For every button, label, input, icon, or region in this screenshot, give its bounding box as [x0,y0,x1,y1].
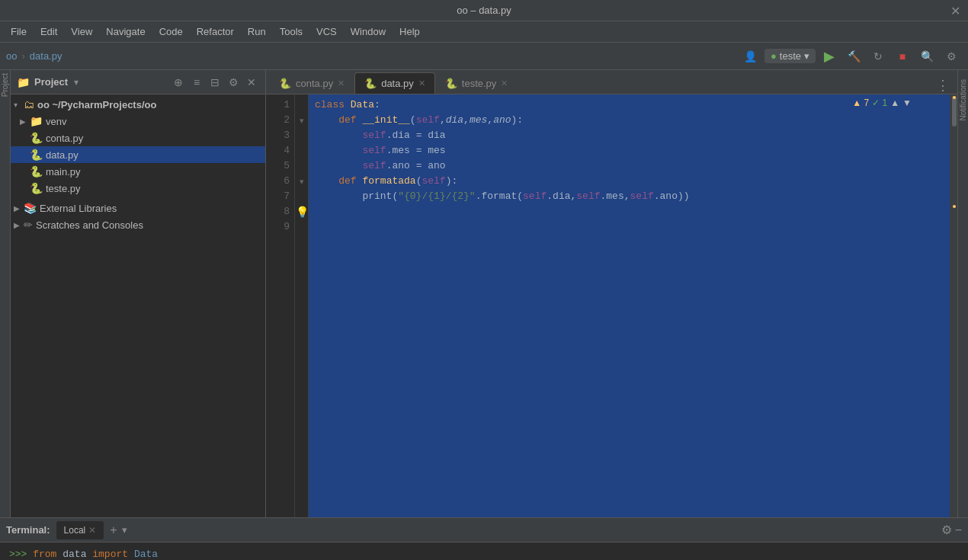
settings-gear-icon[interactable]: ⚙ [226,75,241,90]
teste-tab-icon: 🐍 [445,78,457,89]
add-new-icon[interactable]: ⊕ [171,75,186,90]
warning-count[interactable]: ▲ 7 [852,98,869,108]
fold-1[interactable] [295,98,308,113]
left-strip: Project [0,70,11,517]
bulb-icon[interactable]: 💡 [296,206,309,218]
title-bar: oo – data.py ✕ [0,0,968,21]
menu-vcs[interactable]: VCS [310,24,343,40]
build-icon[interactable]: 🔨 [843,46,864,67]
toolbar: oo › data.py 👤 ● teste ▾ ▶ 🔨 ↻ ■ 🔍 ⚙ [0,43,968,70]
fold-2[interactable]: ▾ [295,113,308,128]
venv-arrow-icon: ▶ [20,117,27,126]
tree-item-venv[interactable]: ▶ 📁 venv [11,113,265,130]
terminal-add-icon[interactable]: + [110,523,117,537]
tabs-overflow-icon[interactable]: ⋮ [931,77,954,94]
data-tab-close[interactable]: ✕ [418,78,425,88]
breadcrumb-file[interactable]: data.py [30,50,63,62]
terminal-settings-icon[interactable]: ⚙ [941,523,952,537]
tree-item-teste[interactable]: 🐍 teste.py [11,180,265,197]
editor-scrollbar[interactable] [950,94,957,517]
menu-run[interactable]: Run [242,24,272,40]
line-num-9: 9 [266,219,290,235]
menu-view[interactable]: View [65,24,98,40]
tree-item-scratches[interactable]: ▶ ✏ Scratches and Consoles [11,216,265,233]
code-content[interactable]: class Data: def __init__(self,dia,mes,an… [309,94,950,517]
settings-icon[interactable]: ⚙ [941,46,962,67]
rerun-icon[interactable]: ↻ [867,46,889,67]
menu-window[interactable]: Window [345,24,392,40]
user-icon[interactable]: 👤 [740,46,761,67]
menu-code[interactable]: Code [153,24,189,40]
run-button[interactable]: ▶ [819,46,840,67]
terminal-tab-local[interactable]: Local ✕ [56,521,104,539]
close-icon[interactable]: ✕ [950,3,960,18]
run-config-label: teste [780,50,801,62]
data-py-icon: 🐍 [30,149,43,161]
conta-tab-close[interactable]: ✕ [338,78,345,88]
line-num-6: 6 [266,174,290,189]
fold-6[interactable]: ▾ [295,174,308,189]
project-folder-icon: 📁 [17,76,30,88]
breadcrumb-nav-up[interactable]: ▲ [890,98,899,108]
fold-gutter: ▾ ▾ 💡 [295,94,309,517]
code-editor[interactable]: ▲ 7 ✓ 1 ▲ ▼ 1 2 3 4 5 6 7 8 9 ▾ [266,94,957,517]
tree-item-external[interactable]: ▶ 📚 External Libraries [11,200,265,216]
editor-tabs-bar: 🐍 conta.py ✕ 🐍 data.py ✕ 🐍 teste.py ✕ ⋮ [266,70,957,94]
warning-marker-1 [953,96,956,99]
line-num-3: 3 [266,128,290,143]
project-panel-title: Project [34,76,68,88]
code-line-8 [315,204,944,219]
menu-file[interactable]: File [5,24,33,40]
editor-area: 🐍 conta.py ✕ 🐍 data.py ✕ 🐍 teste.py ✕ ⋮ … [266,70,957,517]
breadcrumb-nav-down[interactable]: ▼ [902,98,912,108]
close-panel-icon[interactable]: ✕ [244,75,259,90]
menu-bar: File Edit View Navigate Code Refactor Ru… [0,21,968,43]
data-tab-icon: 🐍 [364,78,377,89]
conta-label: conta.py [46,133,83,144]
main-area: Project 📁 Project ▾ ⊕ ≡ ⊟ ⚙ ✕ ▾ 🗂 oo ~/P… [0,70,968,517]
fold-4 [295,143,308,158]
external-label: External Libraries [40,203,117,214]
tree-root[interactable]: ▾ 🗂 oo ~/PycharmProjects/oo [11,96,265,113]
line-num-5: 5 [266,158,290,174]
menu-tools[interactable]: Tools [274,24,309,40]
breadcrumb-oo[interactable]: oo [6,50,17,62]
teste-tab-close[interactable]: ✕ [501,78,508,88]
code-line-6: def formatada(self): [315,174,944,189]
window-title: oo – data.py [457,5,511,16]
terminal-tab-close[interactable]: ✕ [88,525,96,536]
project-tree: ▾ 🗂 oo ~/PycharmProjects/oo ▶ 📁 venv 🐍 c… [11,94,265,517]
menu-refactor[interactable]: Refactor [191,24,240,40]
run-config-selector[interactable]: ● teste ▾ [764,49,816,63]
tree-item-data[interactable]: 🐍 data.py [11,146,265,163]
collapse-all-icon[interactable]: ≡ [189,75,204,90]
tab-data[interactable]: 🐍 data.py ✕ [354,72,435,94]
terminal-minimize-icon[interactable]: − [955,523,962,537]
tab-conta[interactable]: 🐍 conta.py ✕ [269,72,354,94]
search-icon[interactable]: 🔍 [916,46,938,67]
line-num-2: 2 [266,113,290,128]
menu-navigate[interactable]: Navigate [100,24,151,40]
project-panel: 📁 Project ▾ ⊕ ≡ ⊟ ⚙ ✕ ▾ 🗂 oo ~/PycharmPr… [11,70,266,517]
tree-item-conta[interactable]: 🐍 conta.py [11,130,265,146]
scratches-icon: ✏ [24,219,33,231]
view-options-icon[interactable]: ⊟ [207,75,223,90]
tab-teste[interactable]: 🐍 teste.py ✕ [435,72,518,94]
run-config-icon: ● [771,50,777,62]
terminal-content[interactable]: >>> from data import Data >>> d = Data(2… [0,542,968,560]
line-numbers: 1 2 3 4 5 6 7 8 9 [266,94,295,517]
terminal-chevron-icon[interactable]: ▾ [122,524,127,536]
menu-edit[interactable]: Edit [34,24,63,40]
scratches-arrow-icon: ▶ [14,221,21,229]
project-strip-label[interactable]: Project [1,73,9,97]
tree-item-main[interactable]: 🐍 main.py [11,163,265,180]
notifications-label[interactable]: Notifications [959,79,967,120]
stop-icon[interactable]: ■ [892,46,913,67]
menu-help[interactable]: Help [393,24,426,40]
root-label: oo ~/PycharmProjects/oo [37,99,156,110]
project-chevron-icon[interactable]: ▾ [74,77,79,88]
conta-py-icon: 🐍 [30,132,43,144]
editor-breadcrumb[interactable]: ▲ 7 ✓ 1 ▲ ▼ [852,98,912,108]
teste-py-icon: 🐍 [30,182,43,194]
error-count[interactable]: ✓ 1 [872,98,887,108]
